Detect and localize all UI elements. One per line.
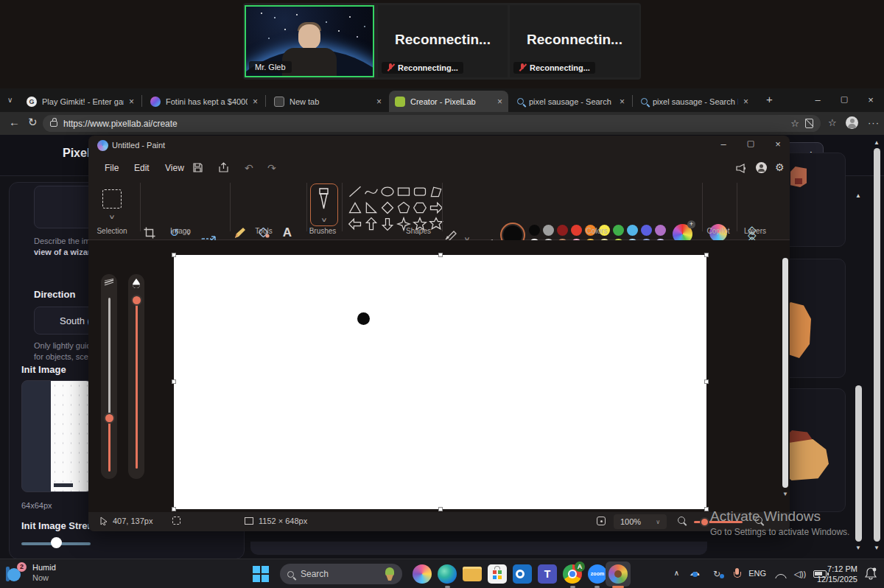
video-tile-mr-gleb[interactable]: Mr. Gleb (245, 5, 374, 77)
tray-overflow-chevron-icon[interactable]: ∧ (674, 569, 679, 577)
microphone-tray-icon[interactable] (734, 568, 740, 579)
brushes-button[interactable]: ∨ (310, 183, 338, 226)
page-scrollbar[interactable] (874, 148, 880, 542)
tab-close-icon[interactable]: × (376, 97, 382, 107)
undo-icon[interactable]: ↶ (245, 162, 253, 174)
shape-rectangle-icon[interactable] (396, 184, 411, 199)
favorites-icon[interactable]: ☆ (828, 117, 837, 128)
back-icon[interactable]: ← (9, 116, 20, 128)
text-tool-icon[interactable]: A (283, 225, 292, 240)
shape-right-triangle-icon[interactable] (364, 200, 379, 215)
sync-icon[interactable]: ↻ (713, 569, 720, 579)
tab-new-tab[interactable]: New tab × (268, 91, 387, 112)
paint-maximize-button[interactable]: ▢ (743, 139, 758, 148)
account-icon[interactable] (756, 162, 767, 173)
paint-close-button[interactable]: × (771, 139, 785, 150)
save-icon[interactable] (192, 162, 203, 173)
init-strength-slider-thumb[interactable] (51, 537, 62, 548)
url-text[interactable]: https://www.pixellab.ai/create (63, 119, 785, 129)
shape-star-6-icon[interactable] (429, 217, 443, 231)
shape-curve-icon[interactable] (364, 184, 379, 199)
outlook-taskbar-icon[interactable] (513, 564, 532, 584)
menu-file[interactable]: File (105, 163, 119, 173)
canvas-resize-handle[interactable] (438, 507, 443, 511)
zoom-taskbar-icon[interactable]: zoom (588, 564, 607, 584)
shape-arrow-down-icon[interactable] (380, 217, 395, 231)
refresh-icon[interactable]: ↻ (28, 116, 38, 129)
paint-titlebar[interactable]: Untitled - Paint – ▢ × (88, 136, 790, 156)
shape-polygon-icon[interactable] (429, 184, 443, 199)
crop-icon[interactable] (144, 227, 156, 239)
palette-color-#b06fc6[interactable] (655, 225, 666, 236)
shape-arrow-right-icon[interactable] (429, 200, 443, 215)
palette-color-#9e9e9e[interactable] (543, 225, 554, 236)
brush-opacity-slider-thumb[interactable] (131, 295, 142, 306)
palette-color-#8e1d1d[interactable] (557, 225, 568, 236)
paint-scroll-down-arrow[interactable]: ▼ (782, 491, 789, 497)
tab-close-icon[interactable]: × (620, 97, 625, 107)
copilot-taskbar-icon[interactable] (413, 564, 432, 584)
tab-search-1[interactable]: pixel sausage - Search × (511, 91, 631, 112)
file-explorer-taskbar-icon[interactable] (463, 567, 482, 581)
page-scroll-up-arrow[interactable]: ▲ (873, 139, 880, 146)
shape-pentagon-icon[interactable] (396, 200, 411, 215)
shape-rounded-rectangle-icon[interactable] (413, 184, 427, 199)
site-permissions-icon[interactable] (50, 121, 57, 127)
canvas-resize-handle[interactable] (704, 507, 709, 511)
canvas-resize-handle[interactable] (172, 507, 176, 511)
tab-fotini-video[interactable]: Fotini has kept a $4000 secre × (144, 91, 264, 112)
edge-taskbar-icon[interactable] (438, 564, 457, 584)
pencil-tool-icon[interactable] (234, 226, 247, 239)
start-button[interactable] (253, 566, 269, 582)
volume-icon[interactable]: ◁)) (794, 569, 806, 579)
browser-close-button[interactable]: × (863, 94, 878, 105)
tab-close-icon[interactable]: × (253, 97, 258, 107)
shape-diamond-icon[interactable] (380, 200, 395, 215)
shape-line-icon[interactable] (348, 184, 362, 199)
address-bar[interactable]: https://www.pixellab.ai/create ☆ (43, 115, 821, 132)
canvas-resize-handle[interactable] (172, 253, 176, 257)
wifi-icon[interactable] (775, 570, 787, 578)
brush-size-slider-thumb[interactable] (104, 413, 115, 424)
video-tile-reconnecting-1[interactable]: Reconnectin... Reconnecting... (378, 5, 508, 77)
tracker-shield-icon[interactable] (805, 119, 813, 128)
scroll-down-arrow[interactable]: ▼ (855, 545, 862, 551)
onedrive-cloud-icon[interactable]: ☁ (690, 566, 700, 578)
zoom-level-dropdown[interactable]: 100% ∨ (614, 514, 667, 529)
menu-edit[interactable]: Edit (134, 163, 150, 173)
clock[interactable]: 7:12 PM 12/15/2025 (817, 564, 857, 584)
canvas-resize-handle[interactable] (704, 379, 709, 384)
menu-view[interactable]: View (165, 163, 184, 173)
fit-to-window-icon[interactable] (597, 517, 606, 525)
palette-color-#53b5e9[interactable] (627, 225, 638, 236)
shape-arrow-up-icon[interactable] (364, 217, 379, 231)
inner-scrollbar[interactable] (855, 385, 862, 542)
page-scroll-down-arrow[interactable]: ▼ (873, 545, 880, 551)
profile-avatar[interactable] (846, 116, 858, 129)
tab-close-icon[interactable]: × (497, 97, 502, 107)
canvas-resize-handle[interactable] (438, 253, 443, 257)
palette-color-#0a0a0a[interactable] (529, 225, 540, 236)
browser-minimize-button[interactable]: – (810, 94, 825, 105)
drawing-canvas[interactable] (174, 255, 706, 509)
taskbar-search[interactable]: Search (280, 564, 402, 584)
teams-taskbar-icon[interactable]: T (538, 564, 557, 584)
tab-gimkit[interactable]: G Play Gimkit! - Enter game cod × (21, 91, 140, 112)
settings-gear-icon[interactable]: ⚙ (775, 161, 785, 173)
browser-menu-icon[interactable]: ··· (868, 117, 880, 128)
paint-vertical-scrollbar[interactable] (782, 258, 788, 488)
tab-search-chevron-icon[interactable]: ∨ (7, 96, 13, 104)
chrome-taskbar-icon[interactable]: A (563, 564, 582, 584)
paint-minimize-button[interactable]: – (716, 139, 731, 150)
brush-size-slider[interactable] (101, 274, 117, 479)
brush-opacity-slider[interactable] (128, 274, 144, 479)
feedback-megaphone-icon[interactable] (735, 164, 747, 173)
palette-color-#5a5fe0[interactable] (641, 225, 652, 236)
selection-tool[interactable] (102, 189, 122, 209)
init-image-thumbnail[interactable] (21, 380, 92, 492)
share-icon[interactable] (218, 162, 229, 173)
canvas-resize-handle[interactable] (172, 379, 176, 384)
palette-color-#3fae49[interactable] (613, 225, 624, 236)
shape-triangle-icon[interactable] (348, 200, 362, 215)
new-tab-button[interactable]: + (766, 93, 773, 105)
